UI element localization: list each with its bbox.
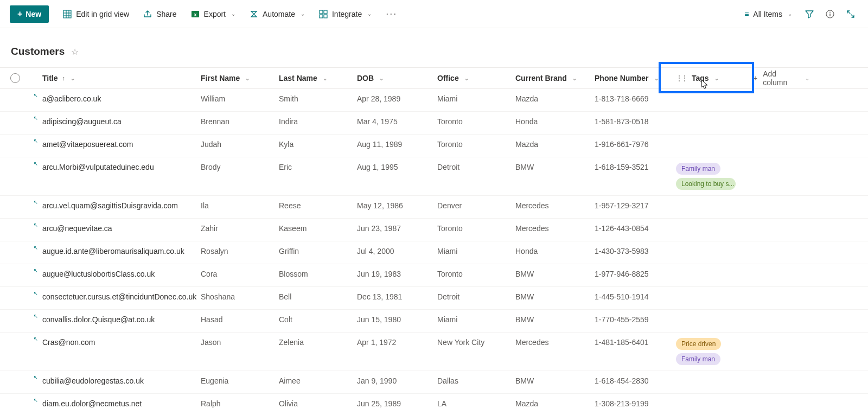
cell-brand: Mercedes (515, 224, 595, 233)
cell-title[interactable]: ↗convallis.dolor.Quisque@at.co.uk (30, 315, 201, 324)
table-row[interactable]: ↗cubilia@eudoloregestas.co.ukEugeniaAime… (0, 371, 868, 394)
cell-phone: 1-618-159-3521 (595, 163, 676, 171)
cell-office: Toronto (437, 270, 515, 278)
cell-phone: 1-977-946-8825 (595, 270, 676, 278)
column-label: First Name (201, 74, 240, 82)
cell-office: Denver (437, 201, 515, 210)
presence-icon: ↗ (34, 313, 38, 319)
table-row[interactable]: ↗convallis.dolor.Quisque@at.co.ukHasadCo… (0, 310, 868, 333)
tag-pill[interactable]: Family man (676, 353, 720, 365)
cell-brand: Honda (515, 247, 595, 256)
cell-phone: 1-957-129-3217 (595, 201, 676, 210)
presence-icon: ↗ (34, 199, 38, 205)
cell-title[interactable]: ↗Cras@non.com (30, 338, 201, 347)
table-row[interactable]: ↗adipiscing@augueut.caBrennanIndiraMar 4… (0, 112, 868, 135)
chevron-down-icon: ⌄ (367, 11, 372, 17)
edit-grid-button[interactable]: Edit in grid view (58, 5, 135, 23)
cell-last-name: Colt (279, 315, 357, 324)
column-label: Phone Number (595, 74, 649, 82)
cell-office: Toronto (437, 117, 515, 126)
cell-tags[interactable]: Family manLooking to buy s... (676, 163, 763, 190)
cell-title[interactable]: ↗consectetuer.cursus.et@tinciduntDonec.c… (30, 292, 201, 301)
table-row[interactable]: ↗augue@luctuslobortisClass.co.ukCoraBlos… (0, 264, 868, 287)
column-header-office[interactable]: Office ⌄ (437, 74, 515, 82)
chevron-down-icon: ⌄ (805, 75, 809, 81)
title-text: augue.id.ante@liberomaurisaliquam.co.uk (42, 247, 184, 256)
export-label: Export (204, 10, 226, 18)
data-grid: Title ↑ ⌄ First Name ⌄ Last Name ⌄ DOB ⌄… (0, 67, 868, 415)
cell-last-name: Zelenia (279, 338, 357, 347)
cell-title[interactable]: ↗cubilia@eudoloregestas.co.uk (30, 376, 201, 385)
automate-button[interactable]: Automate ⌄ (244, 5, 310, 23)
view-selector[interactable]: ≡ All Items ⌄ (740, 5, 796, 23)
chevron-down-icon: ⌄ (379, 75, 384, 81)
integrate-button[interactable]: Integrate ⌄ (314, 5, 377, 23)
cell-brand: BMW (515, 376, 595, 385)
table-row[interactable]: ↗consectetuer.cursus.et@tinciduntDonec.c… (0, 287, 868, 310)
column-header-phone[interactable]: Phone Number ⌄ (595, 74, 676, 82)
cell-dob: Jun 15, 1980 (357, 315, 437, 324)
expand-button[interactable] (843, 7, 858, 22)
table-row[interactable]: ↗Cras@non.comJasonZeleniaApr 1, 1972New … (0, 333, 868, 371)
cell-first-name: Hasad (201, 315, 279, 324)
cell-title[interactable]: ↗amet@vitaeposuereat.com (30, 140, 201, 149)
cell-title[interactable]: ↗arcu.Morbi@vulputateduinec.edu (30, 163, 201, 171)
cell-title[interactable]: ↗augue.id.ante@liberomaurisaliquam.co.uk (30, 247, 201, 256)
cell-brand: BMW (515, 315, 595, 324)
favorite-button[interactable]: ☆ (71, 47, 79, 57)
page-title: Customers (11, 46, 65, 58)
edit-grid-label: Edit in grid view (76, 10, 129, 18)
new-button[interactable]: + New (10, 5, 49, 23)
select-all-column[interactable] (0, 73, 30, 83)
table-row[interactable]: ↗a@aclibero.co.ukWilliamSmithApr 28, 198… (0, 89, 868, 112)
cell-dob: Apr 1, 1972 (357, 338, 437, 347)
share-button[interactable]: Share (138, 5, 182, 23)
cell-title[interactable]: ↗augue@luctuslobortisClass.co.uk (30, 270, 201, 278)
info-button[interactable] (822, 7, 838, 22)
column-header-title[interactable]: Title ↑ ⌄ (30, 74, 201, 82)
filter-button[interactable] (802, 7, 817, 22)
column-header-last-name[interactable]: Last Name ⌄ (279, 74, 357, 82)
cell-title[interactable]: ↗a@aclibero.co.uk (30, 94, 201, 103)
table-row[interactable]: ↗arcu@nequevitae.caZahirKaseemJun 23, 19… (0, 219, 868, 241)
column-header-dob[interactable]: DOB ⌄ (357, 74, 437, 82)
table-row[interactable]: ↗diam.eu.dolor@necmetus.netRalphOliviaJu… (0, 394, 868, 415)
presence-icon: ↗ (34, 245, 38, 251)
cell-title[interactable]: ↗arcu.vel.quam@sagittisDuisgravida.com (30, 201, 201, 210)
more-button[interactable]: ··· (380, 5, 403, 23)
cell-title[interactable]: ↗diam.eu.dolor@necmetus.net (30, 399, 201, 408)
cell-first-name: Eugenia (201, 376, 279, 385)
cell-dob: Dec 13, 1981 (357, 292, 437, 301)
tag-pill[interactable]: Family man (676, 163, 720, 175)
table-row[interactable]: ↗arcu.Morbi@vulputateduinec.eduBrodyEric… (0, 157, 868, 196)
cell-phone: 1-916-661-7976 (595, 140, 676, 149)
add-column-button[interactable]: + Add column ⌄ (753, 69, 814, 87)
cell-first-name: Brennan (201, 117, 279, 126)
table-row[interactable]: ↗arcu.vel.quam@sagittisDuisgravida.comIl… (0, 196, 868, 219)
column-header-current-brand[interactable]: Current Brand ⌄ (515, 74, 595, 82)
cell-office: Toronto (437, 224, 515, 233)
tag-pill[interactable]: Price driven (676, 338, 721, 350)
table-row[interactable]: ↗amet@vitaeposuereat.comJudahKylaAug 11,… (0, 135, 868, 157)
cell-office: Detroit (437, 292, 515, 301)
cell-dob: Jun 25, 1989 (357, 399, 437, 408)
export-button[interactable]: x Export ⌄ (186, 5, 241, 23)
cell-dob: Jan 9, 1990 (357, 376, 437, 385)
cell-tags[interactable]: Price drivenFamily man (676, 338, 763, 365)
cell-title[interactable]: ↗adipiscing@augueut.ca (30, 117, 201, 126)
tag-pill[interactable]: Looking to buy s... (676, 178, 736, 190)
table-row[interactable]: ↗augue.id.ante@liberomaurisaliquam.co.uk… (0, 241, 868, 264)
chevron-down-icon: ⌄ (231, 11, 235, 17)
cell-brand: Mazda (515, 140, 595, 149)
command-bar: + New Edit in grid view Share x Export ⌄… (0, 0, 868, 28)
title-text: cubilia@eudoloregestas.co.uk (42, 376, 144, 385)
info-icon (826, 10, 834, 18)
svg-point-13 (829, 11, 831, 12)
column-header-tags[interactable]: ⋮⋮ Tags ⌄ (676, 74, 753, 82)
cell-title[interactable]: ↗arcu@nequevitae.ca (30, 224, 201, 233)
cell-phone: 1-770-455-2559 (595, 315, 676, 324)
filter-icon (805, 10, 814, 18)
column-header-first-name[interactable]: First Name ⌄ (201, 74, 279, 82)
drag-grip-icon: ⋮⋮ (676, 74, 687, 82)
title-text: arcu@nequevitae.ca (42, 224, 112, 233)
